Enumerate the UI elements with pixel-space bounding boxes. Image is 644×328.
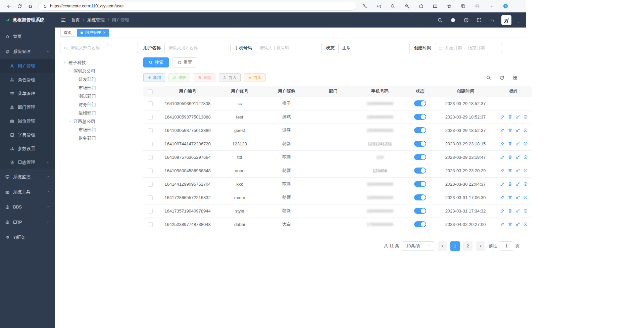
delete-icon[interactable] [508, 168, 512, 173]
tree-node[interactable]: 测试部门 [60, 92, 138, 100]
reset-password-icon[interactable] [515, 114, 520, 119]
row-checkbox[interactable] [148, 222, 153, 227]
reset-password-icon[interactable] [515, 182, 520, 186]
refresh-table-icon[interactable] [498, 74, 506, 82]
search-icon[interactable] [436, 16, 444, 24]
sidebar-item-role[interactable]: 角色管理 [0, 73, 55, 87]
assign-role-icon[interactable] [523, 168, 528, 173]
favorites-icon[interactable] [444, 1, 455, 11]
tree-node[interactable]: 橙子科技 [60, 58, 138, 67]
edit-icon[interactable] [500, 128, 505, 133]
export-button[interactable]: 导出 [244, 73, 266, 82]
extension-icon[interactable] [415, 1, 427, 11]
caret-down-icon[interactable] [516, 20, 520, 25]
sidebar-item-yi[interactable]: Yi框架 [0, 230, 55, 245]
department-search[interactable] [60, 43, 138, 53]
refresh-icon[interactable] [14, 1, 25, 11]
row-checkbox[interactable] [148, 142, 153, 146]
search-button[interactable]: 搜索 [143, 57, 169, 67]
column-settings-icon[interactable] [511, 74, 519, 82]
back-icon[interactable] [3, 1, 14, 11]
sidebar-item-erp[interactable]: ERP [0, 215, 55, 230]
row-checkbox[interactable] [148, 128, 153, 133]
status-toggle[interactable] [414, 100, 426, 106]
phone-input[interactable] [256, 43, 322, 53]
sidebar-item-param[interactable]: 参数设置 [0, 142, 55, 155]
edit-icon[interactable] [500, 182, 505, 186]
sidebar-item-bbs[interactable]: BBS [0, 199, 55, 215]
reset-password-icon[interactable] [515, 155, 520, 159]
tree-node[interactable]: 江西总公司 [60, 117, 138, 126]
tree-node[interactable]: 深圳总公司 [60, 67, 138, 75]
show-search-icon[interactable] [484, 74, 492, 82]
assign-role-icon[interactable] [523, 222, 528, 227]
row-checkbox[interactable] [148, 195, 153, 200]
status-toggle[interactable] [414, 194, 426, 200]
status-toggle[interactable] [414, 168, 426, 174]
tree-node[interactable]: 研发部门 [60, 75, 138, 84]
status-toggle[interactable] [414, 154, 426, 160]
page-number-button[interactable]: 1 [450, 241, 460, 251]
sidebar-item-system[interactable]: 系统管理 [0, 44, 55, 59]
delete-button[interactable]: 删除 [194, 73, 215, 82]
avatar[interactable]: yj [501, 15, 511, 25]
tree-expand-caret-icon[interactable] [62, 61, 67, 64]
assign-role-icon[interactable] [523, 208, 528, 213]
add-button[interactable]: 新增 [143, 73, 165, 82]
username-input[interactable] [164, 43, 231, 53]
sidebar-item-dept[interactable]: 部门管理 [0, 100, 55, 114]
delete-icon[interactable] [508, 195, 512, 200]
reset-button[interactable]: 重置 [172, 57, 198, 67]
assign-role-icon[interactable] [523, 182, 528, 186]
key-icon[interactable] [359, 1, 370, 11]
sidebar-item-home[interactable]: 首页 [0, 29, 55, 44]
delete-icon[interactable] [508, 155, 512, 159]
assign-role-icon[interactable] [523, 114, 528, 119]
page-size-select[interactable]: 10条/页 [403, 241, 434, 251]
collections-icon[interactable] [458, 1, 469, 11]
close-tab-icon[interactable]: × [103, 31, 105, 35]
profile-avatar-icon[interactable] [472, 1, 483, 11]
address-bar[interactable]: https://ccnetcore.com:1101/system/user [38, 2, 356, 11]
breadcrumb-item[interactable]: 首页 [71, 17, 80, 23]
copilot-icon[interactable]: b [500, 1, 511, 11]
status-toggle[interactable] [414, 114, 426, 120]
delete-icon[interactable] [508, 128, 512, 133]
tree-node[interactable]: 运维部门 [60, 109, 138, 117]
goto-page-input[interactable] [500, 241, 513, 251]
delete-icon[interactable] [508, 222, 512, 227]
reset-password-icon[interactable] [515, 141, 520, 146]
split-tab-icon[interactable] [430, 1, 441, 11]
department-search-input[interactable] [70, 46, 134, 50]
status-select[interactable]: 正常 [338, 43, 410, 53]
tree-expand-caret-icon[interactable] [67, 120, 72, 123]
next-page-button[interactable] [476, 241, 485, 251]
edit-icon[interactable] [500, 141, 505, 146]
delete-icon[interactable] [508, 182, 512, 186]
status-toggle[interactable] [414, 208, 426, 214]
edit-icon[interactable] [500, 222, 505, 227]
page-number-button[interactable]: 2 [463, 241, 473, 251]
github-icon[interactable] [449, 16, 457, 24]
status-toggle[interactable] [414, 181, 426, 187]
assign-role-icon[interactable] [523, 128, 528, 133]
delete-icon[interactable] [508, 141, 512, 146]
delete-icon[interactable] [508, 208, 512, 213]
assign-role-icon[interactable] [523, 155, 528, 159]
import-button[interactable]: 导入 [219, 73, 241, 82]
tree-node[interactable]: 市场部门 [60, 84, 138, 92]
zoom-out-icon[interactable] [387, 1, 398, 11]
reset-password-icon[interactable] [515, 195, 520, 200]
status-toggle[interactable] [414, 127, 426, 133]
edit-icon[interactable] [500, 114, 505, 119]
status-toggle[interactable] [414, 141, 426, 147]
sidebar-item-menu[interactable]: 菜单管理 [0, 87, 55, 100]
modify-button[interactable]: 修改 [168, 73, 190, 82]
reset-password-icon[interactable] [515, 168, 520, 173]
fold-menu-icon[interactable] [61, 17, 66, 23]
assign-role-icon[interactable] [523, 195, 528, 200]
row-checkbox[interactable] [148, 169, 153, 173]
edit-icon[interactable] [500, 195, 505, 200]
sidebar-item-tools[interactable]: 系统工具 [0, 184, 55, 199]
edit-icon[interactable] [500, 168, 505, 173]
